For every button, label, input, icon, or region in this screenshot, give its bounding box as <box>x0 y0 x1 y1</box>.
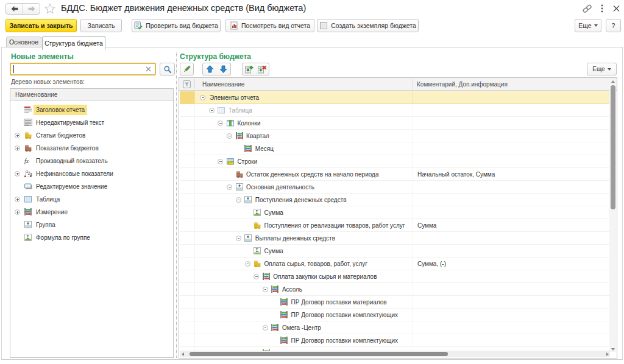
scroll-up-icon[interactable] <box>609 79 616 84</box>
indicator-icon <box>24 144 32 152</box>
expand-icon[interactable] <box>15 133 20 138</box>
structure-row[interactable]: Колонки <box>180 117 610 130</box>
structure-row[interactable]: ΣСумма <box>180 206 610 219</box>
scroll-left-icon[interactable] <box>180 351 185 357</box>
collapse-icon[interactable] <box>254 274 259 279</box>
collapse-icon[interactable] <box>209 108 214 113</box>
structure-row[interactable]: Элементы отчета <box>180 91 610 104</box>
more-actions-button[interactable]: Еще <box>575 19 601 32</box>
expand-icon[interactable] <box>15 197 20 202</box>
horizontal-scrollbar[interactable] <box>180 351 610 357</box>
panel-splitter[interactable] <box>176 52 177 358</box>
close-icon[interactable] <box>612 4 621 13</box>
column-separator <box>413 130 413 142</box>
left-tree-item[interactable]: 123Нефинансовые показатели <box>10 167 173 180</box>
view-report-button[interactable]: Посмотреть вид отчета <box>225 19 314 32</box>
left-tree-item[interactable]: Таблица <box>10 193 173 206</box>
check-budget-view-button[interactable]: Проверить вид бюджета <box>132 19 221 32</box>
save-button[interactable]: Записать <box>80 19 122 32</box>
scroll-right-icon[interactable] <box>604 351 610 357</box>
collapse-icon[interactable] <box>227 184 232 190</box>
left-tree-item[interactable]: ΣФормула по группе <box>10 231 173 244</box>
vertical-scrollbar[interactable] <box>609 79 616 352</box>
move-up-button[interactable] <box>202 63 217 75</box>
column-separator <box>413 104 413 116</box>
dimension-icon <box>271 323 279 332</box>
expand-icon[interactable] <box>15 145 20 151</box>
left-tree-item[interactable]: Группа <box>10 219 173 231</box>
structure-row[interactable]: Поступления от реализации товаров, работ… <box>180 219 610 232</box>
structure-row[interactable]: Ассоль <box>180 283 610 296</box>
left-tree-item[interactable]: fxПроизводный показатель <box>10 155 173 167</box>
structure-row[interactable]: Поступления денежных средств <box>180 194 610 206</box>
create-budget-instance-button[interactable]: Создать экземпляр бюджета <box>317 19 419 32</box>
back-button[interactable] <box>6 4 23 14</box>
left-tree-item[interactable]: Нередактируемый текст <box>10 116 173 129</box>
clear-search-icon[interactable] <box>144 65 153 74</box>
collapse-icon[interactable] <box>245 261 250 267</box>
right-panel-title: Структура бюджета <box>180 52 251 61</box>
collapse-icon[interactable] <box>263 287 268 292</box>
left-tree-item[interactable]: Статьи бюджетов <box>10 129 173 142</box>
structure-row[interactable]: Омега -Центр <box>180 321 610 334</box>
tab-budget-structure-label: Структура бюджета <box>44 40 103 47</box>
structure-row[interactable]: ПР Договор поставки комплектующих <box>180 334 610 347</box>
structure-row[interactable]: Выплаты денежных средств <box>180 232 610 245</box>
structure-row[interactable]: Строки <box>180 155 610 168</box>
left-tree-item-label: Таблица <box>34 194 62 205</box>
left-tree-item[interactable]: Редактируемое значение <box>10 180 173 193</box>
numbers-icon: 123 <box>24 169 32 178</box>
structure-row[interactable]: Таблица <box>180 104 610 117</box>
structure-row[interactable]: Остаток денежных средств на начало перио… <box>180 168 610 181</box>
tab-main[interactable]: Основное <box>6 37 41 47</box>
column-separator <box>194 245 195 257</box>
get-link-icon[interactable] <box>582 4 593 13</box>
arrow-up-icon <box>205 65 214 74</box>
edit-element-button[interactable] <box>180 63 194 75</box>
budget-structure-table: Наименование Комментарий, Доп.информация… <box>179 77 617 359</box>
structure-row[interactable]: ПР Договор поставки комплектующих <box>180 309 610 321</box>
add-table-button[interactable] <box>242 63 256 75</box>
column-separator <box>194 130 195 142</box>
structure-row[interactable]: Основная деятельность <box>180 181 610 194</box>
arrow-down-icon <box>219 65 228 74</box>
structure-row[interactable]: Месяц <box>180 142 610 155</box>
structure-row[interactable]: Квартал <box>180 130 610 142</box>
structure-row-name: Таблица <box>229 104 252 117</box>
search-button[interactable] <box>160 63 175 75</box>
structure-row[interactable]: ΣСумма <box>180 245 610 257</box>
left-tree-item[interactable]: Измерение <box>10 206 173 219</box>
favorite-star-icon[interactable] <box>44 3 55 14</box>
search-field[interactable] <box>10 63 156 75</box>
move-down-button[interactable] <box>216 63 231 75</box>
collapse-icon[interactable] <box>263 325 268 331</box>
left-tree-column-header[interactable]: Наименование <box>10 89 173 101</box>
collapse-icon[interactable] <box>218 121 223 126</box>
delete-table-button[interactable] <box>255 63 269 75</box>
help-button[interactable]: ? <box>606 19 621 32</box>
search-input[interactable] <box>13 65 144 74</box>
left-tree-item[interactable]: Заголовок отчета <box>10 103 173 116</box>
collapse-icon[interactable] <box>236 197 241 203</box>
column-separator <box>413 142 413 155</box>
window-frame-right <box>622 47 623 359</box>
structure-row[interactable]: ПР Договор поставки материалов <box>180 296 610 309</box>
more-menu-icon[interactable] <box>598 4 606 13</box>
horizontal-scrollbar-thumb[interactable] <box>190 352 448 356</box>
expand-icon[interactable] <box>15 209 20 215</box>
structure-table-header[interactable]: Наименование Комментарий, Доп.информация <box>179 78 617 91</box>
tab-budget-structure[interactable]: Структура бюджета <box>42 36 105 50</box>
collapse-icon[interactable] <box>227 133 232 139</box>
collapse-icon[interactable] <box>236 236 241 241</box>
vertical-scrollbar-thumb[interactable] <box>611 85 615 209</box>
structure-row[interactable]: Оплата закупки сырья и материалов <box>180 270 610 283</box>
forward-button[interactable] <box>23 4 40 14</box>
collapse-icon[interactable] <box>200 95 205 100</box>
left-tree-item[interactable]: Показатели бюджетов <box>10 142 173 155</box>
scroll-down-icon[interactable] <box>609 346 616 352</box>
structure-row[interactable]: Оплата сырья, товаров, работ, услугСумма… <box>180 257 610 270</box>
collapse-icon[interactable] <box>218 159 223 164</box>
structure-more-button[interactable]: Еще <box>587 63 617 75</box>
expand-icon[interactable] <box>15 171 20 177</box>
save-and-close-button[interactable]: Записать и закрыть <box>5 19 77 32</box>
